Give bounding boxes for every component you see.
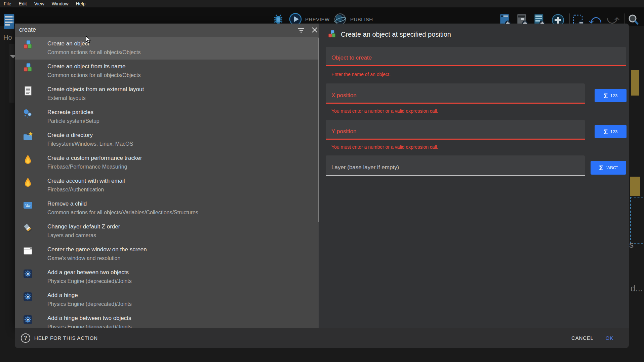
- action-parameters-panel: Create an object at specified position O…: [319, 24, 629, 328]
- list-item[interactable]: Create account with with email Firebase/…: [15, 174, 319, 197]
- y-error-text: You must enter a number or a valid expre…: [331, 144, 438, 150]
- close-icon[interactable]: [311, 26, 319, 35]
- layer-expression-button[interactable]: Σ "ABC": [591, 161, 626, 175]
- field-underline: [326, 103, 585, 104]
- dialog-footer: ? HELP FOR THIS ACTION CANCEL OK: [15, 328, 629, 348]
- folder-star-icon: [23, 131, 33, 142]
- expression-button-label: "ABC": [606, 165, 618, 170]
- particles-icon: [23, 108, 33, 119]
- list-item[interactable]: Add a hinge between two objects Physics …: [15, 311, 319, 328]
- list-item[interactable]: Create a custom performance tracker Fire…: [15, 151, 319, 174]
- list-item-title: Add a hinge between two objects: [47, 315, 131, 322]
- menu-bar: File Edit View Window Help: [0, 0, 644, 7]
- list-item-subtitle: Common actions for all objects/Variables…: [47, 210, 198, 216]
- layer-field[interactable]: Layer (base layer if empty): [326, 155, 585, 176]
- objects-blocks-icon: [23, 63, 33, 73]
- object-to-create-field[interactable]: Object to create: [326, 47, 626, 66]
- layer-eraser-icon: [23, 223, 33, 233]
- help-for-action-button[interactable]: HELP FOR THIS ACTION: [34, 335, 98, 341]
- svg-text:Var: Var: [25, 203, 31, 208]
- list-item[interactable]: Var Remove a child Common actions for al…: [15, 197, 319, 220]
- physics-gear-icon: [23, 291, 33, 302]
- list-item[interactable]: Create objects from an external layout E…: [15, 82, 319, 105]
- list-item-title: Create a custom performance tracker: [47, 155, 142, 161]
- object-to-create-placeholder: Object to create: [331, 55, 372, 61]
- physics-gear-icon: [23, 314, 33, 325]
- external-layout-doc-icon: [23, 85, 33, 96]
- list-item[interactable]: Create an object Common actions for all …: [15, 37, 319, 60]
- list-item-subtitle: External layouts: [47, 95, 86, 101]
- list-item[interactable]: Change layer default Z order Layers and …: [15, 220, 319, 243]
- x-position-placeholder: X position: [331, 92, 357, 99]
- variable-var-icon: Var: [23, 200, 33, 211]
- menu-file[interactable]: File: [0, 0, 15, 7]
- list-item[interactable]: Add a gear between two objects Physics E…: [15, 265, 319, 288]
- list-item-title: Create objects from an external layout: [47, 86, 144, 93]
- ok-button[interactable]: OK: [600, 332, 619, 344]
- project-manager-icon[interactable]: [3, 13, 15, 32]
- preview-label[interactable]: PREVIEW: [305, 16, 330, 22]
- list-item-subtitle: Physics Engine (deprecated)/Joints: [47, 324, 132, 328]
- x-expression-button[interactable]: Σ 123: [595, 89, 627, 102]
- list-item[interactable]: Create an object from its name Common ac…: [15, 60, 319, 82]
- list-item-title: Create a directory: [47, 132, 93, 139]
- list-item-title: Create an object: [47, 40, 89, 47]
- toolbar-divider-2: [624, 13, 625, 25]
- list-item[interactable]: Add a hinge Physics Engine (deprecated)/…: [15, 288, 319, 311]
- list-item-subtitle: Physics Engine (deprecated)/Joints: [47, 301, 132, 307]
- background-scene-object: [631, 70, 639, 96]
- list-item-subtitle: Firebase/Authentication: [47, 187, 104, 193]
- list-item-title: Center the game window on the screen: [47, 246, 147, 253]
- list-item-subtitle: Common actions for all objects/Objects: [47, 49, 140, 56]
- list-item-subtitle: Firebase/Performance Measuring: [47, 164, 127, 170]
- list-item[interactable]: Center the game window on the screen Gam…: [15, 243, 319, 265]
- menu-view[interactable]: View: [31, 0, 48, 7]
- list-item-title: Add a gear between two objects: [47, 269, 129, 276]
- search-input[interactable]: create: [15, 24, 319, 37]
- search-query-text: create: [19, 26, 36, 33]
- expression-button-label: 123: [610, 93, 617, 98]
- action-search-popover: create Create an object Common actions f…: [15, 24, 319, 328]
- menu-window[interactable]: Window: [48, 0, 72, 7]
- field-underline: [326, 175, 585, 176]
- y-position-field[interactable]: Y position: [326, 120, 585, 140]
- cancel-button[interactable]: CANCEL: [565, 332, 600, 344]
- field-underline: [326, 65, 626, 66]
- field-underline: [326, 139, 585, 140]
- list-item-title: Add a hinge: [47, 292, 78, 299]
- list-item-subtitle: Layers and cameras: [47, 232, 96, 239]
- x-position-field[interactable]: X position: [326, 83, 585, 104]
- list-item-title: Create account with with email: [47, 178, 125, 184]
- list-item-subtitle: Particle system/Setup: [47, 118, 99, 124]
- objects-blocks-icon: [23, 40, 33, 50]
- expression-button-label: 123: [610, 129, 617, 134]
- firebase-flame-icon: [23, 177, 33, 188]
- background-selection-outline: [630, 197, 644, 244]
- toolbar-divider: [569, 13, 570, 25]
- mouse-cursor: [86, 36, 92, 45]
- sigma-icon: Σ: [604, 128, 608, 135]
- physics-gear-icon: [23, 268, 33, 279]
- action-results-list: Create an object Common actions for all …: [15, 37, 319, 328]
- list-item[interactable]: Recreate particles Particle system/Setup: [15, 105, 319, 128]
- firebase-flame-icon: [23, 154, 33, 165]
- menu-help[interactable]: Help: [72, 0, 89, 7]
- menu-edit[interactable]: Edit: [15, 0, 31, 7]
- y-position-placeholder: Y position: [331, 128, 356, 135]
- list-item-subtitle: Common actions for all objects/Objects: [47, 72, 140, 78]
- list-item-title: Remove a child: [47, 201, 87, 207]
- background-scene-object-2: [630, 177, 640, 196]
- y-expression-button[interactable]: Σ 123: [595, 125, 627, 138]
- list-item-subtitle: Game's window and resolution: [47, 255, 120, 261]
- layer-placeholder: Layer (base layer if empty): [331, 164, 399, 171]
- background-panel-edge: [9, 44, 14, 103]
- filter-icon[interactable]: [297, 26, 305, 36]
- panel-title: Create an object at specified position: [341, 31, 451, 38]
- gdevelop-app-window: File Edit View Window Help PREVIEW: [0, 0, 644, 362]
- game-window-icon: [23, 246, 33, 256]
- help-question-icon[interactable]: ?: [21, 333, 30, 343]
- publish-label[interactable]: PUBLISH: [350, 16, 373, 22]
- x-error-text: You must enter a number or a valid expre…: [331, 108, 438, 114]
- list-item[interactable]: Create a directory Filesystem/Windows, L…: [15, 128, 319, 151]
- search-magnifier-icon[interactable]: [627, 13, 640, 28]
